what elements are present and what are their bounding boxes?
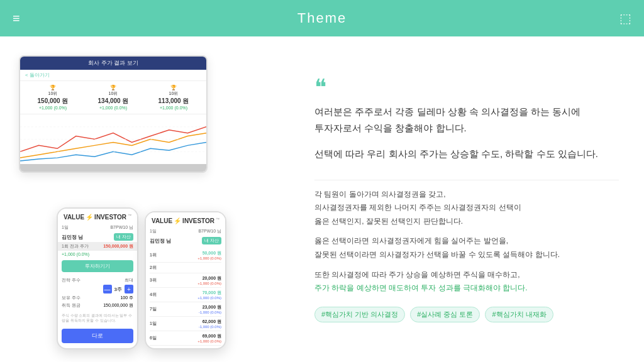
divider — [314, 180, 619, 180]
phone-left-week: 1회 전과 주가 150,000,000 원 — [58, 242, 137, 251]
left-section: 회사 주가 결과 보기 < 돌아가기 🏆 10위 150,000 원 +1,00… — [0, 36, 289, 362]
rank-row-2: 2위 — [150, 263, 221, 273]
desc-text-3: 또한 의사결정에 따라 주가 상승을 예상하면 주식을 매수하고, 주가 하락을… — [314, 268, 619, 295]
main-content: 회사 주가 결과 보기 < 돌아가기 🏆 10위 150,000 원 +1,00… — [0, 36, 644, 362]
header: ≡ Theme ⬚ — [0, 0, 644, 36]
intro-text-1: 여러분은 주주로서 각종 딜레마 상황 속 의사결정을 하는 동시에 투자자로서… — [314, 104, 619, 136]
phone-note: 주식 수량 소회의 결과에 따라서는 일부 수량을 취득하지 못할 수 있습니다… — [58, 312, 137, 326]
phone-left-header: VALUE ⚡ INVESTOR ™ — [58, 209, 137, 223]
phone-right-header: VALUE ⚡ INVESTOR ™ — [146, 212, 225, 227]
minus-button[interactable]: — — [103, 285, 112, 293]
menu-icon[interactable]: ≡ — [13, 11, 20, 26]
tag-1: #핵심가치 기반 의사결정 — [314, 307, 405, 322]
rank-row-1: 1위 50,000 원 +1,000 (0.0%) — [150, 248, 221, 263]
my-assets-badge-right: 내 자산 — [202, 237, 221, 244]
quote-mark: ❝ — [314, 76, 619, 99]
rank-row-7: 6일 69,000 원 +1,000 (0.0%) — [150, 331, 221, 346]
my-assets-badge: 내 자산 — [114, 233, 133, 241]
tag-2: #실사례 중심 토론 — [410, 307, 480, 322]
tag-3: #핵심가치 내재화 — [485, 307, 553, 322]
phone-right-logo: VALUE ⚡ INVESTOR ™ — [150, 217, 221, 224]
rank-row-3: 3위 20,000 원 +1,000 (0.0%) — [150, 273, 221, 288]
stat-2: 🏆 10위 134,000 원 +1,000 (0.0%) — [84, 85, 142, 110]
laptop-stats: 🏆 10위 150,000 원 +1,000 (0.0%) 🏆 10위 134,… — [20, 81, 206, 114]
stock-row-hold: 보유 주수 100 주 — [62, 295, 133, 301]
phone-left-logo: VALUE ⚡ INVESTOR ™ — [62, 214, 133, 221]
phone-invest-button[interactable]: 투자하기기 — [62, 260, 133, 272]
desc-text-2: 옳은 선택이라면 의사결정권자에게 힘을 실어주는 발언을, 잘못된 선택이라면… — [314, 234, 619, 261]
desc-text-1: 각 팀원이 돌아가며 의사결정권을 갖고, 의사결정권자를 제외한 나머지 주주… — [314, 188, 619, 229]
laptop-back[interactable]: < 돌아가기 — [20, 70, 206, 81]
phone-right-mockup: VALUE ⚡ INVESTOR ™ 1일 B7PW10 님 김민정 님 내 자… — [145, 211, 226, 349]
login-icon[interactable]: ⬚ — [619, 11, 631, 26]
rank-row-6: 1일 62,000 원 -1,000 (0.0%) — [150, 317, 221, 331]
right-section: ❝ 여러분은 주주로서 각종 딜레마 상황 속 의사결정을 하는 동시에 투자자… — [289, 36, 644, 362]
stat-3: 🏆 10위 113,000 원 +1,000 (0.0%) — [145, 85, 203, 110]
intro-text-2: 선택에 따라 우리 회사의 주가는 상승할 수도, 하락할 수도 있습니다. — [314, 146, 619, 162]
laptop-mockup: 회사 주가 결과 보기 < 돌아가기 🏆 10위 150,000 원 +1,00… — [19, 55, 208, 173]
plus-button[interactable]: + — [125, 285, 133, 293]
rank-row-4: 4위 70,000 원 +1,000 (0.0%) — [150, 288, 221, 302]
page-title: Theme — [297, 10, 347, 26]
stock-counter: — 3주 + — [103, 285, 133, 293]
stock-row-1: 전략 주수 최대 — [62, 277, 133, 283]
tags-row: #핵심가치 기반 의사결정 #실사례 중심 토론 #핵심가치 내재화 — [314, 307, 619, 322]
phone-right-info: 1일 B7PW10 님 — [146, 227, 225, 236]
phone-left-info: 1일 B7PW10 님 — [58, 223, 137, 232]
phone-confirm-button[interactable]: 다로 — [62, 329, 133, 343]
stock-row-counter: — 3주 + — [62, 285, 133, 293]
stock-row-total: 취득 원금 150,000,000 원 — [62, 302, 133, 309]
laptop-base — [20, 164, 206, 172]
stat-1: 🏆 10위 150,000 원 +1,000 (0.0%) — [24, 85, 82, 110]
phone-stock-section: 전략 주수 최대 — 3주 + 보유 주수 100 주 취득 원금 — [58, 275, 137, 312]
rank-list: 1위 50,000 원 +1,000 (0.0%) 2위 3위 — [146, 246, 225, 348]
phone-left-mockup: VALUE ⚡ INVESTOR ™ 1일 B7PW10 님 김민정 님 내 자… — [57, 207, 138, 349]
rank-row-5: 7일 23,000 원 -1,000 (0.0%) — [150, 302, 221, 317]
laptop-chart — [20, 114, 206, 164]
laptop-title: 회사 주가 결과 보기 — [20, 57, 206, 70]
